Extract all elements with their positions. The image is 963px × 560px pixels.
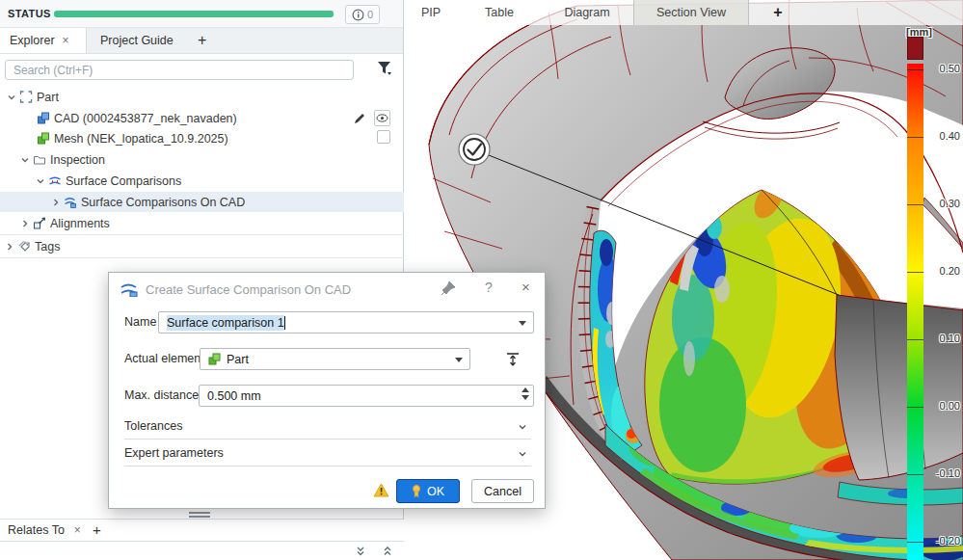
tree-separator [0,257,404,258]
colorbar-tick [907,137,923,138]
checkmark-annotation[interactable] [459,134,490,165]
info-count-button[interactable]: 0 [345,5,380,24]
pick-element-icon[interactable] [504,351,522,368]
section-separator [124,439,531,440]
chevron-down-icon[interactable] [519,321,526,326]
colorbar-tick [907,272,923,273]
tab-relates-to[interactable]: Relates To × [8,523,81,537]
tree-item-tags[interactable]: Tags [0,236,404,256]
tree-item-label: Mesh (NEK_lopatica_10.9.2025) [54,132,228,146]
colorbar-label: 0.20 [925,265,960,277]
cad-icon [37,112,50,124]
actual-element-value: Part [227,353,249,366]
tree-item-cad[interactable]: CAD (0002453877_nek_navaden) [0,108,404,128]
colorbar-label: -0.20 [925,535,960,547]
viewport-tabstrip: PIP Table Diagram Section View + [404,0,963,25]
filter-button[interactable] [376,60,395,79]
tree-item-mesh[interactable]: Mesh (NEK_lopatica_10.9.2025) [0,128,404,148]
max-distance-input[interactable]: 0.500 mm [199,385,534,407]
chevron-right-icon[interactable] [50,197,62,208]
expand-all-icon[interactable] [382,546,393,557]
model-slab [835,295,963,480]
add-tab-button[interactable]: + [198,28,206,53]
max-distance-label: Max. distance [124,388,199,402]
chevron-down-icon[interactable] [19,154,31,166]
add-view-tab-button[interactable]: + [749,4,807,21]
alignment-icon [33,217,46,229]
ok-button[interactable]: OK [396,479,460,503]
tab-table[interactable]: Table [458,6,541,19]
text-cursor [284,316,285,330]
help-button[interactable]: ? [485,280,493,295]
tab-explorer[interactable]: Explorer × [0,28,87,53]
chevron-down-icon[interactable] [6,92,17,103]
panel-bottom-toolbar [0,542,404,560]
close-icon[interactable]: × [74,523,81,537]
chevron-down-icon[interactable] [518,422,527,432]
tree-separator [0,234,404,235]
colorbar-label: 0.50 [925,63,960,74]
add-tab-button[interactable]: + [93,521,101,538]
close-icon[interactable]: × [522,279,530,295]
surface-comparison-cad-icon [120,280,139,297]
status-bar: STATUS 0 [0,0,403,28]
colorbar-tick [907,407,923,408]
tree-item-label: CAD (0002453877_nek_navaden) [54,112,237,125]
search-input[interactable] [5,60,354,80]
relates-to-tabs: Relates To × + [0,519,404,542]
info-icon [352,9,364,21]
tab-pip[interactable]: PIP [404,6,458,19]
ok-label: OK [427,485,444,498]
tree-item-surface-comparisons-on-cad[interactable]: Surface Comparisons On CAD [0,192,404,212]
colorbar-label: -0.10 [925,467,960,479]
tab-diagram[interactable]: Diagram [541,6,633,19]
colorbar-gradient [907,64,923,560]
tolerances-section[interactable]: Tolerances [124,419,182,433]
actual-element-label: Actual element [124,352,204,365]
tree-item-part[interactable]: Part [0,87,404,107]
section-separator [124,466,531,467]
panel-tabs: Explorer × Project Guide + [0,28,403,54]
colorbar-tick [907,69,923,70]
filter-funnel-icon [376,60,393,77]
close-icon[interactable]: × [63,34,69,47]
tab-project-guide[interactable]: Project Guide [100,28,174,53]
expert-parameters-section[interactable]: Expert parameters [124,446,224,460]
tab-section-view[interactable]: Section View [633,0,749,25]
pin-icon[interactable] [441,280,456,296]
tab-explorer-label: Explorer [10,34,55,47]
colorbar-label: 0.30 [925,198,960,209]
visibility-checkbox[interactable] [377,130,390,144]
chevron-down-icon[interactable] [518,449,527,459]
eye-icon [376,114,388,122]
warning-icon [373,483,389,497]
tree-item-inspection[interactable]: Inspection [0,149,404,170]
status-progress-bar [54,11,334,17]
search-row [0,54,403,85]
spinner-stepper[interactable] [522,387,529,400]
tree-item-alignments[interactable]: Alignments [0,213,404,233]
colorbar-overrange-block [907,37,923,60]
chevron-right-icon[interactable] [4,241,15,253]
edit-pencil-icon[interactable] [353,112,366,125]
collapse-all-icon[interactable] [355,546,366,557]
colorbar-label: 0.00 [925,400,960,412]
create-surface-comparison-dialog: Create Surface Comparison On CAD ? × Nam… [108,272,546,509]
visibility-toggle[interactable] [374,110,390,126]
name-label: Name [124,315,156,329]
colorbar-tick [907,542,923,543]
folder-icon [33,153,46,166]
chevron-right-icon[interactable] [19,218,31,229]
colorbar-tick [907,474,923,475]
colorbar-label: 0.10 [925,333,960,344]
tree-item-surface-comparisons[interactable]: Surface Comparisons [0,171,404,191]
surface-comparison-cad-icon [64,196,77,208]
surface-comparison-icon [48,174,62,187]
tree-item-label: Tags [35,240,60,253]
dialog-title: Create Surface Comparison On CAD [146,282,351,297]
name-input[interactable]: Surface comparison 1 [158,311,534,333]
chevron-down-icon[interactable] [35,175,46,187]
chevron-down-icon[interactable] [455,358,463,362]
cancel-button[interactable]: Cancel [471,479,534,503]
actual-element-combobox[interactable]: Part [200,348,470,370]
